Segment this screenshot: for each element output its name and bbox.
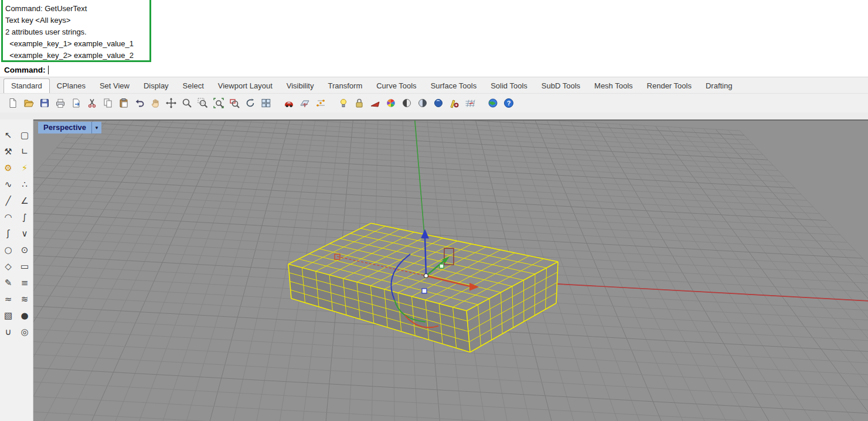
sidebar-tool-offset[interactable]: ≡ bbox=[17, 275, 32, 291]
sidebar-tool-box[interactable]: ▧ bbox=[1, 308, 16, 324]
sidebar-tool-circle-center[interactable]: ⊙ bbox=[17, 242, 32, 258]
pan-view-icon bbox=[149, 97, 161, 109]
sidebar-tool-pencil-edit[interactable]: ✎ bbox=[1, 275, 16, 291]
angle-icon: ∟ bbox=[21, 148, 29, 156]
history-line: <example_key_1> example_value_1 bbox=[5, 38, 149, 50]
export-page-button[interactable] bbox=[68, 95, 84, 111]
zoom-window-button[interactable] bbox=[195, 95, 210, 111]
sidebar-tool-hammer[interactable]: ⚒ bbox=[1, 144, 16, 160]
sidebar-tool-curve[interactable]: ∿ bbox=[1, 177, 16, 193]
undo-icon bbox=[134, 97, 145, 109]
tab-curve-tools[interactable]: Curve Tools bbox=[369, 79, 423, 93]
cylinder-icon: ∪ bbox=[5, 328, 12, 337]
lock-icon bbox=[353, 97, 365, 109]
command-input-caret bbox=[48, 66, 49, 74]
zoom-window-icon bbox=[197, 97, 209, 109]
command-prompt-row[interactable]: Command: bbox=[0, 63, 868, 77]
gear-icon: ⚙ bbox=[4, 164, 12, 173]
tab-select[interactable]: Select bbox=[176, 79, 211, 93]
sidebar-tool-freeform[interactable]: ʃ bbox=[1, 226, 16, 242]
set-cplane-button[interactable] bbox=[297, 95, 312, 111]
save-file-button[interactable] bbox=[36, 95, 52, 111]
sidebar-tool-rectangle[interactable]: ▭ bbox=[17, 259, 32, 275]
tab-display[interactable]: Display bbox=[137, 79, 176, 93]
workspace: ↖▢⚒∟⚙⚡∿∴╱∠◠∫ʃ∨○⊙◇▭✎≡≈≋▧●∪◎ Perspective ▼ bbox=[0, 119, 868, 421]
wedge-button[interactable] bbox=[367, 95, 383, 111]
display-sphere-shaded-button[interactable] bbox=[414, 95, 430, 111]
open-file-button[interactable] bbox=[21, 95, 36, 111]
main-toolbar: ? bbox=[0, 93, 868, 112]
lights-button[interactable] bbox=[335, 95, 351, 111]
loft-icon: ≋ bbox=[21, 295, 29, 304]
earth-globe-button[interactable] bbox=[485, 95, 501, 111]
tab-subd-tools[interactable]: SubD Tools bbox=[535, 79, 587, 93]
sidebar-tool-cylinder[interactable]: ∪ bbox=[1, 324, 16, 340]
rotate-view-button[interactable] bbox=[242, 95, 258, 111]
viewport-menu-dropdown[interactable]: ▼ bbox=[91, 122, 101, 134]
sidebar-tool-surface[interactable]: ≈ bbox=[1, 292, 16, 307]
zoom-extents-button[interactable] bbox=[210, 95, 226, 111]
perspective-viewport[interactable]: Perspective ▼ bbox=[33, 119, 868, 421]
viewport-layout-button[interactable] bbox=[258, 95, 274, 111]
command-prompt-label: Command: bbox=[4, 66, 46, 74]
sidebar-tool-line[interactable]: ╱ bbox=[1, 193, 16, 209]
options-gear-button[interactable] bbox=[446, 95, 462, 111]
window-select-icon: ▢ bbox=[21, 131, 29, 140]
chevron-down-icon: ▼ bbox=[94, 125, 99, 131]
sidebar-tool-select[interactable]: ↖ bbox=[1, 128, 16, 143]
cut-button[interactable] bbox=[84, 95, 100, 111]
new-file-button[interactable] bbox=[5, 95, 21, 111]
display-sphere-dark-button[interactable] bbox=[399, 95, 414, 111]
sidebar-tool-window-select[interactable]: ▢ bbox=[17, 128, 32, 143]
sphere-icon: ● bbox=[21, 312, 28, 320]
named-view-car-button[interactable] bbox=[281, 95, 297, 111]
points-icon: ∴ bbox=[22, 180, 28, 189]
polyline-icon: ∠ bbox=[21, 197, 28, 206]
lock-button[interactable] bbox=[351, 95, 367, 111]
tab-surface-tools[interactable]: Surface Tools bbox=[424, 79, 484, 93]
sidebar-tool-polyline[interactable]: ∠ bbox=[17, 193, 32, 209]
color-wheel-button[interactable] bbox=[383, 95, 399, 111]
tab-cplanes[interactable]: CPlanes bbox=[50, 79, 93, 93]
zoom-dynamic-button[interactable] bbox=[179, 95, 195, 111]
viewport-title[interactable]: Perspective bbox=[38, 122, 91, 134]
viewport-canvas[interactable] bbox=[33, 121, 868, 421]
paste-button[interactable] bbox=[115, 95, 131, 111]
tab-solid-tools[interactable]: Solid Tools bbox=[484, 79, 535, 93]
polygon-icon: ◇ bbox=[5, 262, 12, 271]
tab-viewport-layout[interactable]: Viewport Layout bbox=[211, 79, 280, 93]
zoom-selected-button[interactable] bbox=[226, 95, 242, 111]
sidebar-tool-torus[interactable]: ◎ bbox=[17, 324, 32, 340]
sidebar-tool-v-curve[interactable]: ∨ bbox=[17, 226, 32, 242]
sidebar-tool-gear[interactable]: ⚙ bbox=[1, 160, 16, 176]
tab-mesh-tools[interactable]: Mesh Tools bbox=[587, 79, 640, 93]
wedge-icon bbox=[369, 97, 381, 109]
sidebar-tool-loft[interactable]: ≋ bbox=[17, 292, 32, 307]
command-history-highlight-box: <example_key_2> example_value_2 Command:… bbox=[1, 0, 151, 62]
print-button[interactable] bbox=[52, 95, 68, 111]
tab-transform[interactable]: Transform bbox=[321, 79, 369, 93]
history-line: 2 attributes user strings. bbox=[5, 26, 149, 38]
pan-view-button[interactable] bbox=[147, 95, 163, 111]
tab-drafting[interactable]: Drafting bbox=[699, 79, 740, 93]
sidebar-tool-sphere[interactable]: ● bbox=[17, 308, 32, 324]
copy-button[interactable] bbox=[100, 95, 115, 111]
sidebar-tool-angle[interactable]: ∟ bbox=[17, 144, 32, 160]
cplane-grid-button[interactable] bbox=[462, 95, 478, 111]
tab-visibility[interactable]: Visibility bbox=[280, 79, 321, 93]
sidebar-tool-circle[interactable]: ○ bbox=[1, 242, 16, 258]
sidebar-tool-lightning[interactable]: ⚡ bbox=[17, 160, 32, 176]
sidebar-tool-curve-interp[interactable]: ∫ bbox=[17, 210, 32, 225]
tab-standard[interactable]: Standard bbox=[4, 78, 50, 93]
move-button[interactable] bbox=[163, 95, 179, 111]
tab-render-tools[interactable]: Render Tools bbox=[640, 79, 699, 93]
curve-interp-icon: ∫ bbox=[22, 213, 27, 222]
osnap-dots-button[interactable] bbox=[312, 95, 328, 111]
undo-button[interactable] bbox=[131, 95, 147, 111]
display-sphere-rendered-button[interactable] bbox=[430, 95, 446, 111]
help-button[interactable]: ? bbox=[501, 95, 516, 111]
tab-set-view[interactable]: Set View bbox=[93, 79, 137, 93]
sidebar-tool-arc[interactable]: ◠ bbox=[1, 210, 16, 225]
sidebar-tool-polygon[interactable]: ◇ bbox=[1, 259, 16, 275]
sidebar-tool-points[interactable]: ∴ bbox=[17, 177, 32, 193]
